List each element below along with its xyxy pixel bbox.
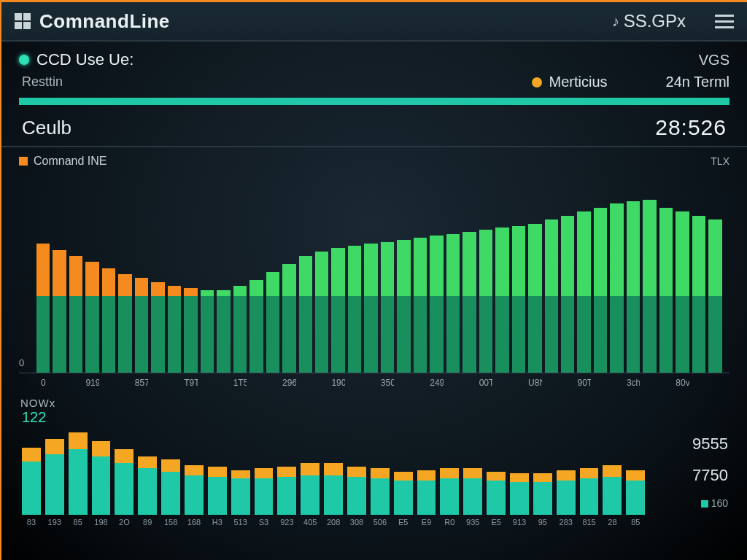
term-label: 24n Terml — [666, 74, 729, 90]
chart2-bar — [45, 439, 64, 515]
chart2-bar — [510, 473, 529, 515]
chart1-bar — [201, 290, 214, 373]
chart2-right-scale: 9555 7750 160 — [692, 429, 728, 515]
chart1-bar — [545, 219, 558, 373]
chart1-bar — [577, 211, 590, 373]
chart2-bar — [277, 467, 296, 515]
chart1-bar — [135, 278, 148, 373]
chart1-bar — [528, 224, 541, 373]
legend-swatch-teal — [701, 500, 708, 508]
chart1-bar — [184, 288, 197, 373]
chart2-scale-c: 160 — [711, 497, 728, 509]
chart2-bar — [324, 463, 343, 515]
chart1-bar — [168, 286, 181, 373]
chart2-bar — [92, 441, 111, 515]
chart2-bar — [394, 472, 413, 515]
chart1-bar — [36, 244, 50, 373]
chart1-bar — [430, 236, 443, 373]
chart1-xaxis: 0919857T9T1T5829619035024900TU8N90TT3ch8… — [19, 373, 729, 391]
chart2-left-value: 122 — [22, 409, 728, 426]
chart2-bar — [440, 468, 459, 515]
chart2-now-label: NOWx — [20, 397, 55, 409]
chart1-bar — [315, 252, 328, 373]
legend-swatch-orange — [19, 157, 28, 166]
chart2-bar — [231, 470, 250, 515]
chart2-bar — [208, 467, 227, 515]
ccd-label: CCD Use Ue: — [36, 50, 133, 69]
value-number: 28:526 — [655, 115, 727, 140]
progress-bar — [19, 98, 729, 105]
chart2-bar — [161, 459, 180, 515]
chart1-bar — [479, 230, 492, 373]
chart1-bar — [397, 240, 410, 373]
app-title: ComnandLine — [39, 10, 170, 33]
chart1-bar — [69, 256, 82, 373]
chart2-bar — [371, 468, 390, 515]
chart1-bar — [692, 216, 705, 373]
chart1-bar — [414, 238, 427, 373]
chart1-bar — [659, 208, 673, 373]
chart2-bar — [115, 449, 133, 515]
chart1-bar — [151, 282, 164, 373]
chart1-bar — [364, 244, 377, 373]
chart2-bar — [487, 472, 506, 515]
chart2-bar — [417, 470, 436, 515]
status-dot-ccd — [19, 55, 29, 65]
chart1-bar — [594, 208, 607, 373]
chart1-bar — [331, 248, 344, 373]
chart1-bar — [610, 203, 623, 373]
chart2-bar — [557, 470, 576, 515]
value-label: Ceulb — [22, 117, 71, 139]
chart2-bar — [533, 473, 552, 515]
chart1-bar — [462, 232, 476, 373]
phone-icon: ♪ — [612, 13, 619, 30]
chart1-bar — [282, 264, 295, 373]
chart1-bar — [708, 219, 721, 373]
chart2-bar — [138, 456, 157, 515]
chart1-bar — [676, 211, 689, 373]
status-dot-metricius — [532, 77, 542, 88]
chart2-scale-a: 9555 — [692, 435, 728, 454]
chart1-bar — [233, 286, 247, 373]
metricius-label: Merticius — [549, 74, 608, 90]
chart1-bar — [249, 280, 263, 373]
chart2-bar — [22, 448, 41, 515]
vgs-label: VGS — [699, 52, 729, 69]
chart1-legend-label: Comnand INE — [34, 155, 107, 168]
chart2-bar — [580, 468, 599, 515]
chart2-bar — [463, 468, 482, 515]
chart1-bar — [627, 201, 640, 373]
chart2-xaxis: 83193851982O89158168H3513S39234052083085… — [1, 515, 747, 526]
chart1-tlx-label: TLX — [711, 155, 729, 167]
chart1-y-zero: 0 — [19, 357, 24, 368]
chart2-bar — [626, 470, 645, 515]
chart1-bar — [118, 274, 131, 373]
chart1-bar — [348, 246, 361, 373]
chart2-bar — [255, 468, 274, 515]
chart1-bar — [446, 234, 460, 373]
chart2-bar — [347, 467, 366, 515]
chart1-bar — [561, 216, 574, 373]
app-grid-icon — [15, 13, 31, 29]
chart1-bar — [102, 268, 115, 373]
restin-label: Resttin — [22, 74, 63, 90]
chart1-bar — [381, 242, 394, 373]
chart1-bar — [299, 256, 312, 373]
chart1-bar — [512, 226, 525, 373]
chart1-bar — [643, 200, 656, 373]
chart2-bar — [603, 465, 622, 515]
chart1-bars: 0 — [19, 172, 729, 373]
menu-icon[interactable] — [715, 15, 734, 28]
chart2-bar — [185, 465, 204, 515]
header-right-label: SS.GPx — [624, 11, 686, 31]
chart1-bar — [53, 250, 66, 373]
chart2-bars: 9555 7750 160 — [1, 429, 747, 515]
chart2-bar — [69, 432, 88, 515]
chart1-bar — [266, 272, 279, 373]
chart1-bar — [217, 290, 230, 373]
chart1-bar — [85, 262, 98, 373]
chart2-scale-b: 7750 — [692, 466, 728, 485]
chart1-bar — [495, 228, 508, 373]
chart2-bar — [301, 463, 320, 515]
